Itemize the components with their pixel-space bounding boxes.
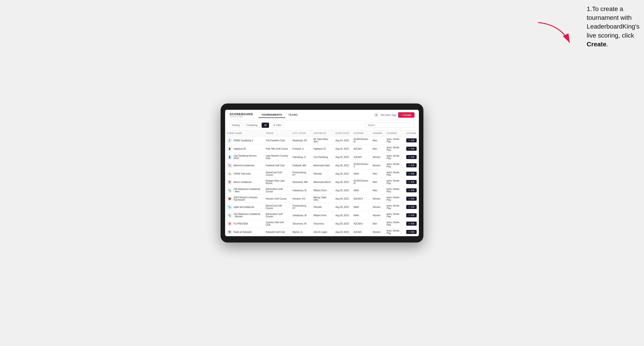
- cell-division: NJCAA I: [351, 153, 370, 161]
- nav-tabs: TOURNAMENTS TEAMS: [258, 112, 374, 118]
- team-icon: 🐾: [227, 213, 232, 217]
- cell-event-name: 👤 Carl Sandburg Women FA23: [225, 153, 264, 161]
- edit-button[interactable]: Edit: [406, 172, 417, 176]
- event-name-text: Morris Invitational: [234, 181, 251, 183]
- edit-button[interactable]: Edit: [406, 155, 417, 159]
- table-row: 🐾 UPIKE Fall Invite StoneCrest Golf Cour…: [225, 170, 419, 178]
- user-text: Test User | Sign: [380, 114, 396, 116]
- cell-hosted-by: Murray State (OK): [311, 195, 333, 203]
- edit-button[interactable]: Edit: [406, 147, 417, 151]
- cell-venue: Edmundson Golf Course: [264, 211, 290, 220]
- event-name-text: Carl Sandburg Women FA23: [234, 155, 261, 160]
- cell-scoring: team, Stroke Play: [384, 145, 404, 153]
- table-row: 🦊 VU PREVIEW Cypress Hills Golf Club Vin…: [225, 220, 419, 228]
- cell-hosted-by: Minnesota-Morris: [311, 178, 333, 186]
- edit-button[interactable]: Edit: [406, 205, 417, 209]
- cell-hosted-by: Carl Sandburg: [311, 153, 333, 161]
- cell-venue: Hesston Golf Course: [264, 195, 290, 203]
- team-icon: 🐾: [227, 163, 232, 168]
- edit-button[interactable]: Edit: [406, 213, 417, 217]
- edit-button[interactable]: Edit: [406, 222, 417, 226]
- table-row: 🐾 upike fall invitational StoneCrest Gol…: [225, 203, 419, 211]
- event-name-text: VU PREVIEW: [234, 222, 248, 225]
- cell-division: NAIA: [351, 170, 370, 178]
- col-gender: GENDER: [370, 130, 384, 136]
- cell-city-state: Vincennes, IN: [290, 220, 311, 228]
- cell-hosted-by: Pikeville: [311, 170, 333, 178]
- cell-venue: The Powelton Club: [264, 136, 290, 145]
- team-icon: 🦊: [227, 221, 232, 226]
- cell-actions: Edit: [404, 145, 419, 153]
- cell-actions: Edit: [404, 153, 419, 161]
- app-header: SCOREBOARD Powered by Clippit TOURNAMENT…: [225, 110, 419, 120]
- create-button[interactable]: + Create: [398, 112, 414, 118]
- cell-event-name: 🐻 2023 Women's Hesston Fall Kickoff: [225, 195, 264, 203]
- cell-event-name: 🐾 upike fall invitational: [225, 203, 264, 211]
- search-input[interactable]: [365, 123, 414, 128]
- edit-button[interactable]: Edit: [406, 188, 417, 192]
- table-header: EVENT NAME VENUE CITY, STATE HOSTED BY S…: [225, 130, 419, 136]
- cell-gender: Women: [370, 153, 384, 161]
- col-division: DIVISION: [351, 130, 370, 136]
- table-row: 👤 Carl Sandburg Women FA23 Lake Bracken …: [225, 153, 419, 161]
- event-name-text: 2023 Women's Hesston Fall Kickoff: [234, 196, 261, 201]
- edit-button[interactable]: Edit: [406, 180, 417, 184]
- annotation-text: 1.To create a tournament with Leaderboar…: [587, 4, 640, 49]
- edit-button[interactable]: Edit: [406, 163, 417, 167]
- cell-division: NAIA: [351, 186, 370, 195]
- all-filter-button[interactable]: All: [262, 123, 269, 128]
- cell-actions: Edit: [404, 228, 419, 236]
- cell-hosted-by: John A Logan: [311, 228, 333, 236]
- cell-city-state: Oskaloosa, IA: [290, 186, 311, 195]
- tablet-device: SCOREBOARD Powered by Clippit TOURNAMENT…: [220, 104, 424, 242]
- tablet-screen: SCOREBOARD Powered by Clippit TOURNAMENT…: [225, 110, 419, 236]
- team-icon: 🐾: [227, 172, 232, 176]
- cell-scoring: team, Stroke Play: [384, 170, 404, 178]
- cell-event-name: 🐾 Fall Statesmen Invitational - Women: [225, 211, 264, 220]
- cell-hosted-by: William Penn: [311, 186, 333, 195]
- filter-icon: ☰: [273, 124, 275, 126]
- arrow-indicator: [534, 18, 574, 47]
- competing-filter-button[interactable]: Competing: [244, 123, 260, 128]
- cell-actions: Edit: [404, 211, 419, 220]
- cell-gender: Men: [370, 136, 384, 145]
- edit-button[interactable]: Edit: [406, 230, 417, 234]
- edit-button[interactable]: Edit: [406, 138, 417, 142]
- cell-city-state: Hesston, KS: [290, 195, 311, 203]
- col-hosted-by: HOSTED BY: [311, 130, 333, 136]
- cell-division: NJCAA I: [351, 228, 370, 236]
- table-row: 🐾 Fall Statesmen Invitational - Women Ed…: [225, 211, 419, 220]
- cell-city-state: Prestonsburg, KY: [290, 203, 311, 211]
- cell-start-date: Aug 28, 2023: [333, 211, 352, 220]
- cell-venue: StoneCrest Golf Course: [264, 170, 290, 178]
- cell-event-name: 👤 Highland 36: [225, 145, 264, 153]
- hosting-filter-button[interactable]: Hosting: [230, 123, 242, 128]
- cell-start-date: Aug 28, 2023: [333, 220, 352, 228]
- tab-teams[interactable]: TEAMS: [285, 112, 301, 118]
- cell-event-name: 🐾 Maverick Invitational: [225, 161, 264, 170]
- table-body: 🏌 MSMC Qualifying 1 The Powelton Club Ne…: [225, 136, 419, 236]
- cell-gender: Women: [370, 228, 384, 236]
- cell-gender: Men: [370, 178, 384, 186]
- cell-start-date: Aug 28, 2023: [333, 195, 352, 203]
- filter-icon-button[interactable]: ☰ Filter: [271, 123, 284, 128]
- edit-button[interactable]: Edit: [406, 197, 417, 201]
- cell-division: NAIA: [351, 203, 370, 211]
- cell-gender: Men: [370, 145, 384, 153]
- cell-hosted-by: Vincennes: [311, 220, 333, 228]
- table-row: 🐾 Fall Statesmen Invitational - Men Edmu…: [225, 186, 419, 195]
- cell-scoring: team, Stroke Play: [384, 153, 404, 161]
- cell-venue: Edmundson Golf Course: [264, 186, 290, 195]
- tab-tournaments[interactable]: TOURNAMENTS: [258, 112, 285, 118]
- table-row: 🐾 Maverick Invitational Faribault Golf C…: [225, 161, 419, 170]
- table-container: EVENT NAME VENUE CITY, STATE HOSTED BY S…: [225, 130, 419, 236]
- cell-scoring: team, Stroke Play: [384, 220, 404, 228]
- team-icon: 🦅: [227, 230, 232, 234]
- cell-start-date: Aug 26, 2023: [333, 153, 352, 161]
- cell-division: NCAA Division III: [351, 136, 370, 145]
- gear-icon[interactable]: ⚙: [374, 113, 379, 117]
- toolbar: Hosting Competing All ☰ Filter: [225, 120, 419, 130]
- team-icon: 👤: [227, 155, 232, 159]
- cell-city-state: Prestonsburg, KY: [290, 170, 311, 178]
- cell-venue: Ruttger's Bay Lake Resort: [264, 178, 290, 186]
